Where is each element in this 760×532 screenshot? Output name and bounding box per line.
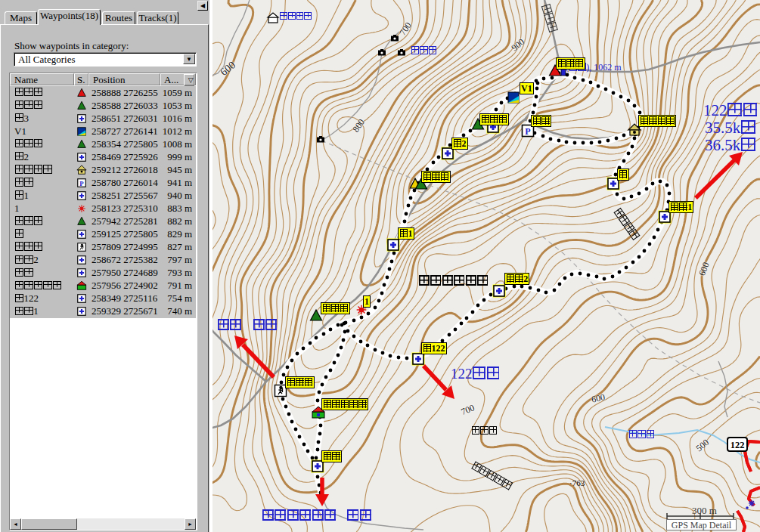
svg-text:122: 122 xyxy=(731,440,745,450)
svg-text:P: P xyxy=(525,126,530,137)
svg-text:P: P xyxy=(79,179,84,187)
